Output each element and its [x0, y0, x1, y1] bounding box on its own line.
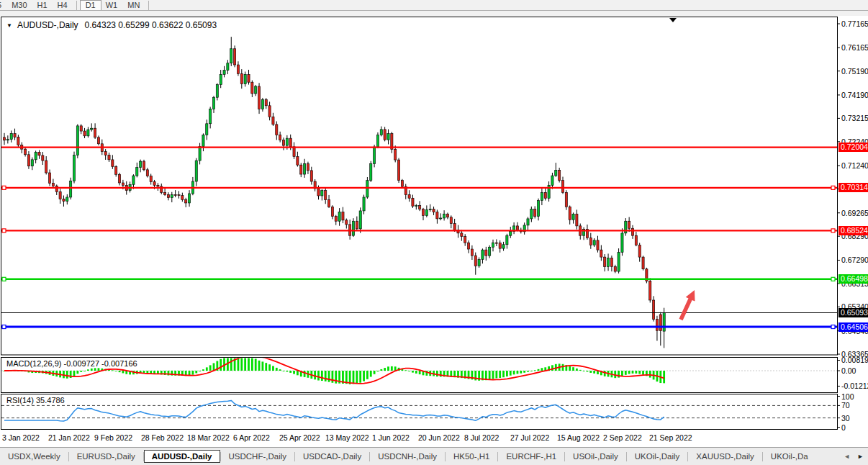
timeframe-button-m30[interactable]: M30 — [6, 1, 32, 10]
rsi-name: RSI(14) — [6, 396, 34, 405]
rsi-current-value: 35.4786 — [36, 396, 65, 405]
current-bar-marker-icon — [669, 18, 677, 22]
tab-scroll-arrows: ◄ ► — [837, 448, 867, 465]
rsi-axis-label: 70 — [841, 401, 850, 410]
symbol-tab-usdx-weekly[interactable]: USDX,Weekly — [0, 450, 68, 463]
symbol-tab-xauusd-daily[interactable]: XAUUSD-,Daily — [688, 450, 762, 463]
tab-scroll-right-button[interactable]: ► — [854, 453, 867, 460]
date-label: 21 Jan 2022 — [48, 433, 90, 442]
macd-axis-label: -0.01212 — [841, 382, 868, 390]
price-tick-label: 0.74190 — [841, 91, 868, 99]
horizontal-lines[interactable] — [1, 148, 837, 327]
symbol-tab-eurchf-h1[interactable]: EURCHF-,H1 — [498, 450, 564, 463]
symbol-tabs: USDX,WeeklyEURUSD-,DailyAUDUSD-,DailyUSD… — [0, 450, 816, 463]
metatrader-window: 5M30H1H4D1W1MN ▼AUDUSD-,Daily0.64323 0.6… — [0, 0, 868, 465]
timeframe-button-d1[interactable]: D1 — [81, 1, 101, 10]
date-label: 18 Mar 2022 — [187, 433, 230, 442]
line-selection-handles[interactable] — [2, 186, 835, 328]
chart-ohlc-values: 0.64323 0.65299 0.63622 0.65093 — [85, 20, 217, 30]
timeframe-buttons: 5M30H1H4D1W1MN — [0, 0, 868, 10]
rsi-indicator — [1, 400, 837, 421]
macd-label: MACD(12,26,9) -0.009727 -0.007166 — [6, 359, 137, 368]
price-line-label: 0.65093 — [838, 308, 868, 317]
chart-symbol-period: AUDUSD-,Daily — [17, 20, 78, 30]
date-label: 21 Sep 2022 — [649, 433, 692, 442]
price-line-label: 0.70314 — [838, 183, 868, 192]
price-line-label: 0.72004 — [838, 143, 868, 152]
price-tick-label: 0.77165 — [841, 19, 868, 28]
date-axis[interactable]: 3 Jan 202221 Jan 20229 Feb 202228 Feb 20… — [0, 432, 837, 444]
toolbar-separator — [76, 1, 77, 10]
symbol-tab-usdcnh-daily[interactable]: USDCNH-,Daily — [370, 450, 445, 463]
price-tick-label: 0.67290 — [841, 256, 868, 264]
date-label: 20 Jun 2022 — [418, 433, 460, 442]
date-label: 25 Apr 2022 — [279, 433, 320, 442]
tab-scroll-left-button[interactable]: ◄ — [840, 453, 854, 460]
symbol-tab-usoil-daily[interactable]: USOil-,Daily — [565, 450, 626, 463]
timeframe-button-w1[interactable]: W1 — [101, 1, 123, 10]
macd-name: MACD(12,26,9) — [6, 359, 61, 368]
timeframe-toolbar: 5M30H1H4D1W1MN — [0, 0, 868, 16]
price-tick-label: 0.71240 — [841, 161, 868, 170]
price-line-label: 0.68524 — [838, 226, 868, 235]
date-label: 1 Jun 2022 — [372, 433, 410, 442]
rsi-axis-label: 30 — [841, 414, 850, 423]
chart-canvas[interactable] — [0, 0, 868, 465]
date-label: 9 Feb 2022 — [94, 433, 132, 442]
date-label: 8 Jul 2022 — [464, 433, 499, 442]
date-label: 3 Jan 2022 — [2, 433, 40, 442]
price-axis[interactable]: 0.771650.761650.751900.741900.732150.722… — [837, 16, 868, 433]
symbol-tab-usdchf-daily[interactable]: USDCHF-,Daily — [221, 450, 295, 463]
timeframe-button-h4[interactable]: H4 — [53, 1, 73, 10]
rsi-axis-label: 0 — [841, 423, 846, 432]
toolbar-separator — [148, 1, 149, 10]
date-label: 2 Sep 2022 — [603, 433, 642, 442]
date-label: 15 Aug 2022 — [557, 433, 600, 442]
symbol-tab-ukoil-da[interactable]: UKOil-,Da — [763, 450, 816, 463]
rsi-label: RSI(14) 35.4786 — [6, 396, 65, 405]
candlestick-series[interactable] — [3, 37, 665, 348]
price-line-label: 0.66498 — [838, 274, 868, 284]
date-label: 27 Jul 2022 — [510, 433, 549, 442]
timeframe-button-5[interactable]: 5 — [0, 1, 6, 10]
up-arrow-annotation[interactable] — [679, 290, 695, 320]
price-line-label: 0.64506 — [838, 322, 868, 332]
macd-current-values: -0.009727 -0.007166 — [63, 359, 137, 368]
date-label: 13 May 2022 — [325, 433, 369, 442]
symbol-tab-eurusd-daily[interactable]: EURUSD-,Daily — [69, 450, 143, 463]
chart-title: ▼AUDUSD-,Daily0.64323 0.65299 0.63622 0.… — [6, 20, 217, 30]
price-tick-label: 0.69265 — [841, 209, 868, 217]
price-tick-label: 0.76165 — [841, 43, 868, 52]
date-label: 6 Apr 2022 — [233, 433, 270, 442]
symbol-tab-ukoil-daily[interactable]: UKOil-,Daily — [627, 450, 688, 463]
symbol-tab-audusd-daily[interactable]: AUDUSD-,Daily — [144, 450, 220, 463]
symbol-tab-hk50-h1[interactable]: HK50-,H1 — [446, 450, 498, 463]
macd-axis-label: 0.008197 — [841, 356, 868, 364]
symbol-tab-bar: USDX,WeeklyEURUSD-,DailyAUDUSD-,DailyUSD… — [0, 447, 868, 465]
timeframe-button-mn[interactable]: MN — [122, 1, 145, 10]
rsi-axis-label: 100 — [841, 392, 854, 401]
macd-axis-label: 0.00 — [841, 366, 856, 375]
price-tick-label: 0.75190 — [841, 67, 868, 76]
timeframe-button-h1[interactable]: H1 — [32, 1, 53, 10]
date-label: 28 Feb 2022 — [141, 433, 184, 442]
symbol-tab-usdcad-daily[interactable]: USDCAD-,Daily — [295, 450, 369, 463]
price-tick-label: 0.73215 — [841, 114, 868, 122]
symbol-dropdown-icon[interactable]: ▼ — [6, 22, 12, 29]
